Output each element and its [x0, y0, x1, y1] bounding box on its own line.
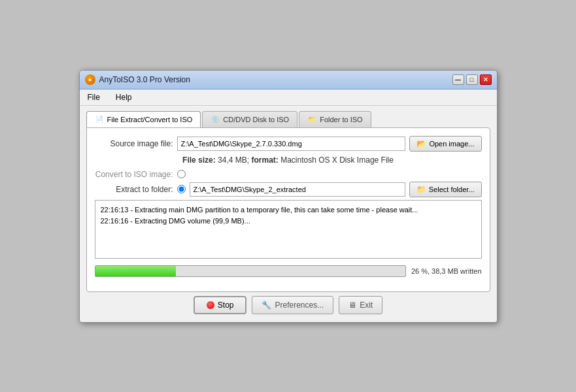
- source-row: Source image file: 📂 Open image...: [95, 136, 482, 152]
- prefs-icon: 🔧: [262, 301, 271, 310]
- window-controls: — □ ✕: [452, 74, 492, 85]
- radio-convert[interactable]: [177, 170, 186, 178]
- open-image-icon: 📂: [416, 139, 426, 148]
- source-label: Source image file:: [95, 139, 173, 148]
- select-folder-button[interactable]: 📁 Select folder...: [409, 182, 482, 197]
- file-size-label: File size:: [182, 155, 216, 165]
- preferences-button[interactable]: 🔧 Preferences...: [252, 296, 333, 314]
- maximize-button[interactable]: □: [466, 74, 478, 85]
- window-title: AnyToISO 3.0 Pro Version: [99, 75, 190, 84]
- tab-panel: Source image file: 📂 Open image... File …: [86, 127, 490, 292]
- output-folder-input[interactable]: [190, 182, 405, 197]
- progress-bar-fill: [95, 266, 176, 276]
- file-size-value: 34,4 MB: [218, 155, 247, 165]
- exit-button[interactable]: 🖥 Exit: [339, 296, 382, 314]
- folder-icon: 📁: [307, 115, 316, 124]
- title-bar-left: ● AnyToISO 3.0 Pro Version: [85, 74, 190, 85]
- tab-cd-dvd[interactable]: 💿 CD/DVD Disk to ISO: [202, 111, 297, 127]
- menu-bar: File Help: [80, 90, 497, 106]
- log-line-1: 22:16:13 - Extracting main DMG partition…: [101, 204, 476, 216]
- file-extract-icon: 📄: [95, 115, 104, 124]
- bottom-buttons: Stop 🔧 Preferences... 🖥 Exit: [86, 292, 490, 317]
- exit-label: Exit: [360, 301, 373, 310]
- main-window: ● AnyToISO 3.0 Pro Version — □ ✕ File He…: [79, 70, 498, 323]
- menu-file[interactable]: File: [85, 91, 103, 103]
- select-folder-label: Select folder...: [429, 186, 475, 193]
- radio-extract-label: Extract to folder:: [95, 185, 173, 194]
- file-format-label: format:: [251, 155, 278, 165]
- source-input[interactable]: [177, 137, 406, 151]
- title-bar: ● AnyToISO 3.0 Pro Version — □ ✕: [80, 71, 497, 90]
- tab-bar: 📄 File Extract/Convert to ISO 💿 CD/DVD D…: [86, 111, 490, 127]
- tab-file-extract[interactable]: 📄 File Extract/Convert to ISO: [86, 111, 201, 127]
- stop-icon: [207, 301, 214, 309]
- progress-bar-container: [95, 265, 406, 277]
- select-folder-icon: 📁: [416, 185, 426, 194]
- close-button[interactable]: ✕: [480, 74, 492, 85]
- radio-convert-label: Convert to ISO image:: [95, 170, 173, 179]
- log-line-2: 22:16:16 - Extracting DMG volume (99,9 M…: [101, 216, 476, 227]
- tab-folder[interactable]: 📁 Folder to ISO: [299, 111, 371, 127]
- exit-icon: 🖥: [348, 301, 356, 310]
- main-content: 📄 File Extract/Convert to ISO 💿 CD/DVD D…: [80, 106, 497, 322]
- cd-dvd-icon: 💿: [211, 115, 220, 124]
- tab-folder-label: Folder to ISO: [320, 116, 362, 123]
- open-image-label: Open image...: [429, 140, 474, 148]
- tab-file-extract-label: File Extract/Convert to ISO: [107, 116, 193, 123]
- progress-label: 26 %, 38,3 MB written: [411, 267, 482, 275]
- stop-label: Stop: [218, 301, 234, 310]
- app-icon: ●: [85, 74, 95, 85]
- minimize-button[interactable]: —: [452, 74, 464, 85]
- log-area: 22:16:13 - Extracting main DMG partition…: [95, 200, 482, 259]
- radio-convert-row: Convert to ISO image:: [95, 170, 482, 179]
- progress-row: 26 %, 38,3 MB written: [95, 265, 482, 277]
- stop-button[interactable]: Stop: [194, 296, 247, 314]
- tab-cd-dvd-label: CD/DVD Disk to ISO: [223, 116, 289, 123]
- open-image-button[interactable]: 📂 Open image...: [409, 136, 481, 152]
- file-info: File size: 34,4 MB; format: Macintosh OS…: [95, 155, 482, 165]
- radio-extract-row: Extract to folder: 📁 Select folder...: [95, 182, 482, 197]
- preferences-label: Preferences...: [275, 301, 324, 310]
- menu-help[interactable]: Help: [113, 91, 135, 103]
- file-format-value: Macintosh OS X Disk Image File: [280, 155, 394, 165]
- radio-extract[interactable]: [177, 185, 186, 193]
